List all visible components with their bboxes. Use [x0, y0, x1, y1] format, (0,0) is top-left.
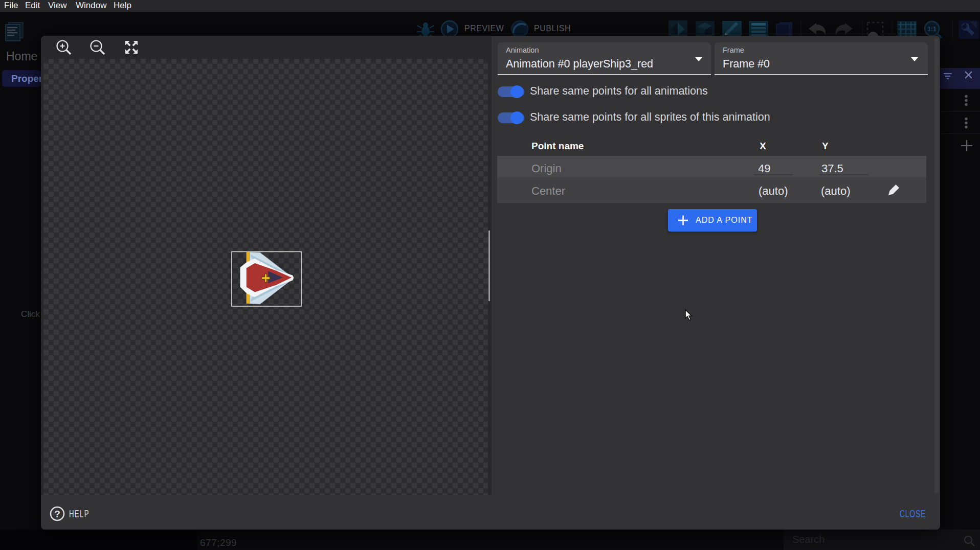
svg-text:?: ?: [54, 509, 60, 519]
